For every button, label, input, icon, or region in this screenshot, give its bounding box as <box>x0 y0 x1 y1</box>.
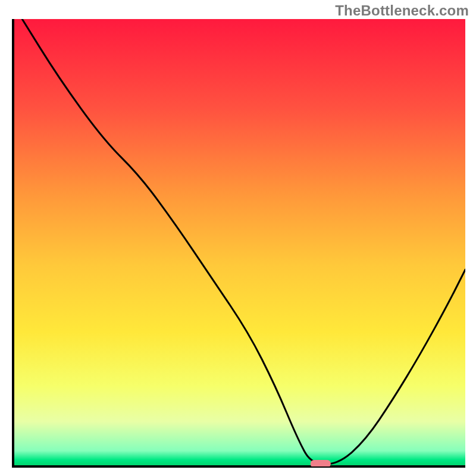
watermark-text: TheBottleneck.com <box>335 2 469 19</box>
chart-stage: TheBottleneck.com <box>0 0 476 476</box>
gradient-background <box>13 19 465 466</box>
bottleneck-chart <box>0 0 476 476</box>
